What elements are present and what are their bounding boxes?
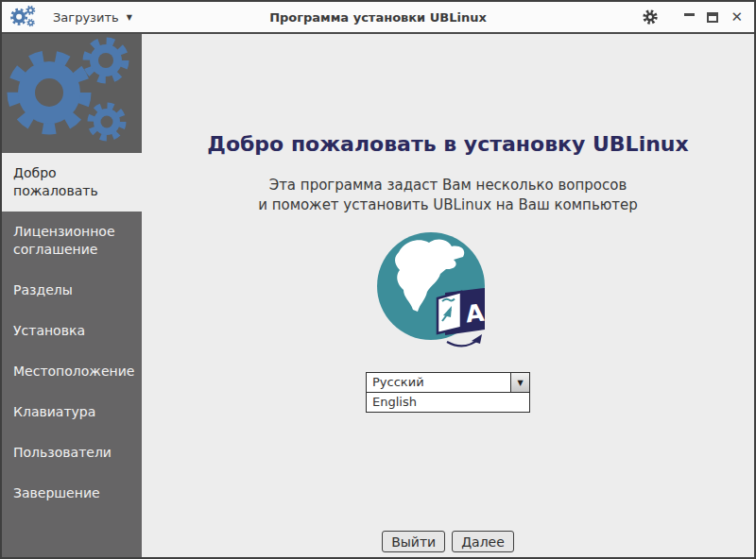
sidebar-item-users[interactable]: Пользователи	[2, 432, 142, 473]
app-gears-logo-icon	[9, 5, 38, 29]
chevron-down-icon: ▼	[517, 379, 523, 387]
next-button[interactable]: Далее	[452, 531, 514, 552]
sidebar-item-keyboard[interactable]: Клавиатура	[2, 392, 142, 432]
subtitle-line-2: и поможет установить UBLinux на Ваш комп…	[258, 195, 638, 215]
language-dropdown-list: English	[366, 392, 530, 413]
load-menu-button[interactable]: Загрузить ▼	[53, 10, 132, 25]
sidebar-item-install[interactable]: Установка	[2, 311, 142, 351]
titlebar: Загрузить ▼ Программа установки UBLinux …	[2, 2, 754, 34]
language-selected-value: Русский	[367, 373, 510, 392]
translate-letter: A	[464, 299, 486, 329]
sidebar-item-location[interactable]: Местоположение	[2, 351, 142, 392]
installer-window: Загрузить ▼ Программа установки UBLinux …	[0, 0, 756, 559]
chevron-down-icon: ▼	[127, 13, 132, 22]
language-select: Русский ▼ English	[366, 372, 530, 393]
combobox-arrow-button[interactable]: ▼	[510, 373, 529, 392]
sidebar-gears-logo-icon	[2, 34, 142, 153]
sidebar-item-license[interactable]: Лицензионное соглашение	[2, 212, 142, 270]
language-combobox[interactable]: Русский ▼	[366, 372, 530, 393]
page-title: Добро пожаловать в установку UBLinux	[207, 132, 688, 157]
sidebar-item-welcome[interactable]: Добро пожаловать	[2, 153, 142, 212]
subtitle-line-1: Эта программа задаст Вам несколько вопро…	[258, 176, 638, 195]
settings-gear-icon[interactable]	[642, 8, 659, 25]
quit-button[interactable]: Выйти	[382, 531, 445, 552]
sidebar-item-partitions[interactable]: Разделы	[2, 270, 142, 311]
main-panel: Добро пожаловать в установку UBLinux Эта…	[142, 34, 754, 557]
minimize-icon[interactable]	[684, 13, 695, 16]
close-icon[interactable]: ✕	[730, 11, 743, 24]
footer-buttons: Выйти Далее	[142, 531, 754, 552]
page-subtitle: Эта программа задаст Вам несколько вопро…	[258, 176, 638, 215]
maximize-icon[interactable]	[707, 12, 718, 23]
globe-translate-icon: A	[376, 231, 520, 358]
sidebar-item-finish[interactable]: Завершение	[2, 473, 142, 514]
load-menu-label: Загрузить	[53, 10, 119, 25]
language-option-english[interactable]: English	[367, 393, 529, 412]
installer-steps-nav: Добро пожаловать Лицензионное соглашение…	[2, 153, 142, 514]
sidebar: Добро пожаловать Лицензионное соглашение…	[2, 34, 142, 557]
